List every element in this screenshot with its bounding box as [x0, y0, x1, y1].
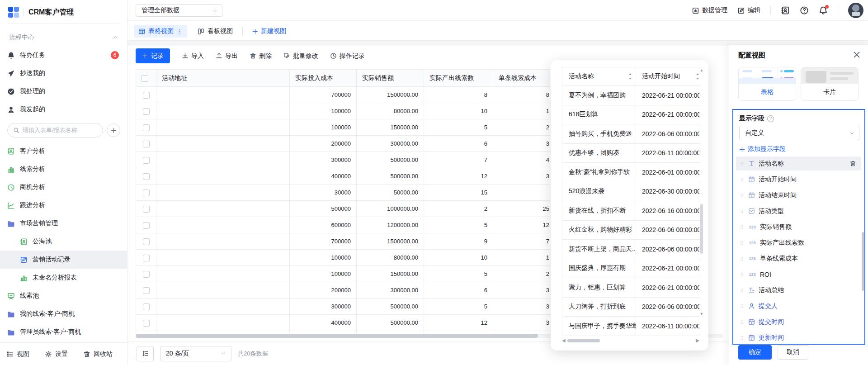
preview-vscrollbar[interactable]: ▲ ▼ — [699, 68, 704, 326]
display-field-活动开始时间[interactable]: 7活动开始时间 — [736, 172, 861, 186]
view-type-table-card[interactable]: 表格 — [738, 67, 796, 101]
sidebar-footer-回收站[interactable]: 回收站 — [83, 350, 113, 358]
display-field-活动总结[interactable]: 活动总结 — [736, 283, 861, 297]
edit-button[interactable]: 编辑 — [737, 6, 760, 14]
view-type-card-card[interactable]: 卡片 — [801, 67, 859, 101]
display-field-活动结束时间[interactable]: 7活动结束时间 — [736, 188, 861, 202]
display-field-提交人[interactable]: 提交人 — [736, 299, 861, 313]
preview-row[interactable]: 国庆盛典，厚惠有期 2022-06-21 00:00:00 — [562, 259, 700, 279]
remove-field-icon[interactable] — [849, 160, 856, 167]
more-dots-icon[interactable] — [177, 28, 183, 34]
display-field-活动类型[interactable]: 活动类型 — [736, 204, 861, 218]
sidebar-section-process-center[interactable]: 流程中心 — [0, 29, 127, 46]
page-size-select[interactable]: 20 条/页 — [160, 346, 231, 361]
drag-handle-icon[interactable] — [740, 335, 744, 341]
row-checkbox[interactable] — [143, 303, 150, 310]
column-header[interactable]: 单条线索成本 — [493, 70, 551, 87]
preview-row[interactable]: 大刀阔斧，打折到底 2022-06-06 00:00:00 — [562, 298, 700, 317]
drag-handle-icon[interactable] — [740, 208, 744, 214]
sidebar-item-线索分析[interactable]: 线索分析 — [0, 160, 127, 178]
sidebar-item-商机分析[interactable]: 商机分析 — [0, 178, 127, 196]
preview-row[interactable]: 火红金秋，购物好精彩 2022-06-06 00:00:00 — [562, 221, 700, 240]
toolbar-导入-button[interactable]: 导入 — [182, 52, 204, 60]
scroll-left-arrow[interactable]: ◀ — [562, 338, 566, 343]
preview-row[interactable]: 新货不断上架，商品天... 2022-06-06 00:00:00 — [562, 240, 700, 259]
close-icon[interactable] — [853, 51, 861, 59]
preview-row[interactable]: 聚力，钜惠，巨划算 2022-06-21 00:00:00 — [562, 278, 700, 298]
select-all-checkbox[interactable] — [142, 75, 148, 82]
display-field-实际产出线索数[interactable]: 123实际产出线索数 — [736, 236, 861, 250]
preview-row[interactable]: 618巨划算 2022-06-21 00:00:00 — [562, 105, 700, 125]
row-checkbox[interactable] — [143, 108, 150, 115]
drag-handle-icon[interactable] — [740, 303, 744, 309]
sidebar-item-我处理的[interactable]: 我处理的 — [0, 82, 127, 100]
sidebar-item-我发起的[interactable]: 我发起的 — [0, 100, 127, 119]
sort-icon[interactable] — [628, 73, 632, 80]
preview-row[interactable]: 与国庆甲子，携手奏华章 2022-06-11 00:00:00 — [562, 317, 700, 336]
row-checkbox[interactable] — [143, 92, 150, 99]
drag-handle-icon[interactable] — [740, 192, 744, 199]
drag-handle-icon[interactable] — [740, 224, 744, 230]
drag-handle-icon[interactable] — [740, 176, 744, 183]
new-view-button[interactable]: 新建视图 — [252, 25, 286, 38]
display-field-活动名称[interactable]: 活动名称 — [736, 156, 861, 171]
sidebar-item-线索池[interactable]: 线索池 — [0, 287, 127, 305]
cancel-button[interactable]: 取消 — [778, 345, 808, 360]
sidebar-item-客户分析[interactable]: 客户分析 — [0, 142, 127, 160]
sidebar-item-市场营销管理[interactable]: 市场营销管理 — [0, 214, 127, 232]
table-hscrollbar-thumb[interactable] — [136, 334, 538, 338]
scroll-down-arrow[interactable]: ▼ — [699, 312, 704, 316]
sidebar-item-跟进分析[interactable]: 跟进分析 — [0, 196, 127, 214]
toolbar-删除-button[interactable]: 删除 — [250, 52, 272, 60]
bell-icon[interactable] — [819, 6, 828, 15]
display-field-更新时间[interactable]: 7更新时间 — [736, 331, 861, 345]
toolbar-批量修改-button[interactable]: 批量修改 — [283, 52, 318, 60]
sort-icon[interactable] — [696, 73, 699, 80]
column-header[interactable]: 活动地址 — [156, 70, 290, 87]
sidebar-item-管理员线索-客户-商机[interactable]: 管理员线索-客户-商机 — [0, 323, 127, 341]
sidebar-item-抄送我的[interactable]: 抄送我的 — [0, 64, 127, 82]
help-icon[interactable] — [800, 6, 809, 15]
row-checkbox[interactable] — [143, 206, 150, 213]
drag-handle-icon[interactable] — [740, 271, 744, 278]
form-search-input[interactable]: 请输入表单/报表名称 — [7, 123, 103, 137]
toolbar-操作记录-button[interactable]: 操作记录 — [330, 52, 365, 60]
preview-hscrollbar-thumb[interactable] — [567, 339, 600, 342]
preview-vscrollbar-thumb[interactable] — [700, 204, 703, 254]
sidebar-item-公海池[interactable]: 公海池 — [0, 232, 127, 251]
drag-handle-icon[interactable] — [740, 240, 744, 246]
preview-row[interactable]: 夏不为例，幸福团购 2022-06-21 00:00:00 — [562, 86, 700, 105]
column-header[interactable]: 实际产出线索数 — [424, 70, 493, 87]
preview-row[interactable]: 金秋“豪”礼拿到你手软 2022-06-01 00:00:00 — [562, 163, 700, 182]
add-form-button[interactable] — [107, 123, 120, 137]
row-checkbox[interactable] — [143, 141, 150, 147]
preview-row[interactable]: 抽号购买，手机免费送 2022-06-06 00:00:00 — [562, 124, 700, 144]
row-height-button[interactable] — [137, 346, 154, 361]
row-checkbox[interactable] — [143, 271, 150, 278]
confirm-button[interactable]: 确定 — [738, 345, 772, 360]
display-field-ROI[interactable]: 123ROI — [736, 267, 861, 281]
sidebar-footer-视图[interactable]: 视图 — [6, 350, 29, 358]
row-checkbox[interactable] — [143, 157, 150, 164]
data-manage-button[interactable]: 数据管理 — [692, 6, 727, 14]
add-record-button[interactable]: 记录 — [136, 48, 170, 63]
row-checkbox[interactable] — [143, 124, 150, 131]
row-checkbox[interactable] — [143, 222, 150, 229]
row-checkbox[interactable] — [143, 255, 150, 261]
drag-handle-icon[interactable] — [740, 287, 744, 294]
display-field-提交时间[interactable]: 7提交时间 — [736, 315, 861, 329]
tab-table-view[interactable]: 表格视图 — [134, 25, 187, 38]
toolbar-导出-button[interactable]: 导出 — [216, 52, 238, 60]
sidebar-item-待办任务[interactable]: 待办任务6 — [0, 46, 127, 64]
row-checkbox[interactable] — [143, 238, 150, 245]
preview-row[interactable]: 新货在线，折扣不断 2022-06-16 00:00:00 — [562, 201, 700, 221]
drag-handle-icon[interactable] — [740, 256, 744, 262]
row-checkbox[interactable] — [143, 287, 150, 294]
field-mode-select[interactable]: 自定义 — [739, 126, 859, 140]
sidebar-item-未命名分析报表[interactable]: 未命名分析报表 — [0, 269, 127, 287]
address-book-icon[interactable] — [781, 6, 790, 15]
drag-handle-icon[interactable] — [740, 319, 744, 325]
column-header[interactable]: 实际销售额 — [357, 70, 424, 87]
row-checkbox[interactable] — [143, 320, 150, 327]
scroll-right-arrow[interactable]: ▶ — [696, 338, 699, 343]
